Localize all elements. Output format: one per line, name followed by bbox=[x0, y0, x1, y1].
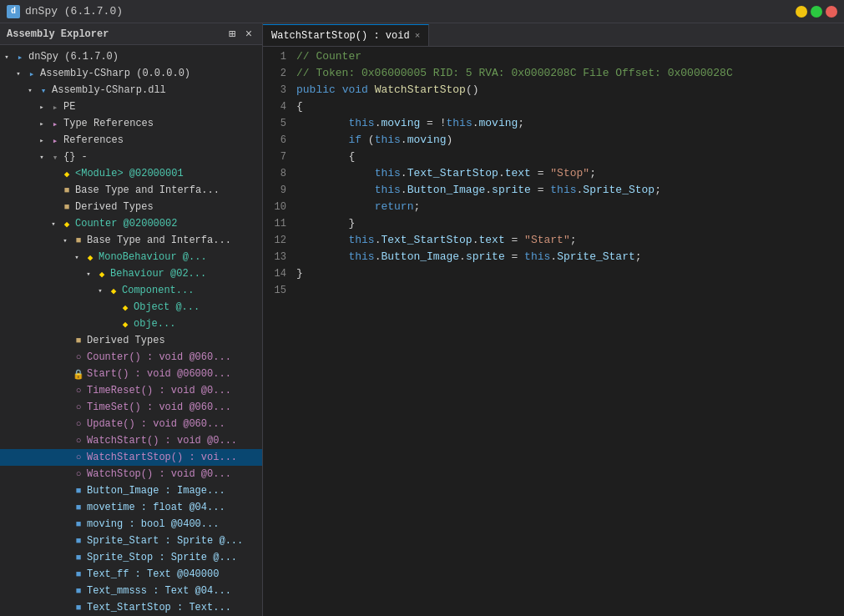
tree-item[interactable]: ▾◆Behaviour @02... bbox=[0, 265, 262, 282]
expand-arrow-icon[interactable]: ▾ bbox=[82, 267, 95, 280]
tree-item[interactable]: ▾▸dnSpy (6.1.7.0) bbox=[0, 48, 262, 65]
expand-arrow-icon[interactable] bbox=[105, 300, 119, 314]
tree-node-label: {} - bbox=[63, 151, 88, 163]
expand-arrow-icon[interactable] bbox=[47, 167, 60, 180]
tree-item[interactable]: ▸▸References bbox=[0, 132, 262, 149]
tree-item[interactable]: ○TimeSet() : void @060... bbox=[0, 399, 262, 416]
panel-pin-button[interactable]: ⊞ bbox=[225, 28, 239, 41]
expand-arrow-icon[interactable]: ▾ bbox=[70, 250, 83, 264]
code-token: { bbox=[296, 100, 303, 113]
tree-item[interactable]: ◆<Module> @02000001 bbox=[0, 165, 262, 182]
expand-arrow-icon[interactable]: ▾ bbox=[35, 150, 48, 164]
tree-item[interactable]: ■Base Type and Interfa... bbox=[0, 182, 262, 199]
tree-item[interactable]: ▾▾{} - bbox=[0, 149, 262, 165]
expand-arrow-icon[interactable] bbox=[58, 451, 72, 464]
code-view[interactable]: 1// Counter2// Token: 0x06000005 RID: 5 … bbox=[263, 47, 844, 616]
code-tab-active[interactable]: WatchStartStop() : void × bbox=[263, 24, 429, 46]
tree-node-label: obje... bbox=[134, 318, 175, 330]
code-token: } bbox=[296, 267, 303, 280]
app-icon: d bbox=[7, 5, 20, 18]
expand-arrow-icon[interactable]: ▾ bbox=[0, 50, 13, 63]
tree-item[interactable]: ▾▸Assembly-CSharp (0.0.0.0) bbox=[0, 65, 262, 82]
tree-node-label: Counter() : void @060... bbox=[87, 351, 231, 363]
expand-arrow-icon[interactable] bbox=[58, 551, 72, 564]
tab-close-button[interactable]: × bbox=[415, 31, 421, 41]
panel-close-button[interactable]: × bbox=[242, 28, 255, 41]
tree-item[interactable]: ○Counter() : void @060... bbox=[0, 349, 262, 366]
code-line: 8 this.Text_StartStop.text = "Stop"; bbox=[263, 167, 844, 184]
assembly-tree[interactable]: ▾▸dnSpy (6.1.7.0)▾▸Assembly-CSharp (0.0.… bbox=[0, 45, 262, 616]
code-line: 12 this.Text_StartStop.text = "Start"; bbox=[263, 234, 844, 250]
tree-item[interactable]: ■Sprite_Stop : Sprite @... bbox=[0, 549, 262, 566]
expand-arrow-icon[interactable] bbox=[47, 184, 60, 197]
tree-item[interactable]: ■Button_Image : Image... bbox=[0, 482, 262, 499]
expand-arrow-icon[interactable] bbox=[58, 334, 72, 347]
tree-item[interactable]: ▸▸PE bbox=[0, 98, 262, 115]
code-token: this bbox=[348, 117, 374, 129]
expand-arrow-icon[interactable] bbox=[58, 518, 72, 531]
code-token: return bbox=[375, 200, 414, 213]
tree-node-label: WatchStartStop() : voi... bbox=[87, 452, 237, 463]
tree-item[interactable]: ◆obje... bbox=[0, 316, 262, 332]
tree-item[interactable]: ■Derived Types bbox=[0, 332, 262, 349]
expand-arrow-icon[interactable] bbox=[58, 601, 72, 614]
line-content: return; bbox=[296, 200, 844, 213]
tree-node-label: PE bbox=[63, 101, 75, 113]
tree-item[interactable]: ■Text_ff : Text @040000 bbox=[0, 566, 262, 583]
expand-arrow-icon[interactable] bbox=[58, 467, 72, 481]
minimize-button[interactable]: − bbox=[796, 6, 807, 18]
tree-item[interactable]: ▸▸Type References bbox=[0, 115, 262, 132]
tree-item[interactable]: ▾▾Assembly-CSharp.dll bbox=[0, 82, 262, 98]
tree-item[interactable]: ■movetime : float @04... bbox=[0, 499, 262, 516]
expand-arrow-icon[interactable]: ▾ bbox=[58, 234, 72, 247]
code-line: 10 return; bbox=[263, 200, 844, 217]
expand-arrow-icon[interactable]: ▾ bbox=[12, 67, 25, 80]
expand-arrow-icon[interactable] bbox=[47, 200, 60, 214]
expand-arrow-icon[interactable] bbox=[58, 568, 72, 581]
tree-item[interactable]: ○WatchStart() : void @0... bbox=[0, 432, 262, 449]
expand-arrow-icon[interactable] bbox=[58, 584, 72, 598]
expand-arrow-icon[interactable] bbox=[58, 401, 72, 414]
expand-arrow-icon[interactable] bbox=[58, 367, 72, 381]
tree-item[interactable]: ■moving : bool @0400... bbox=[0, 516, 262, 533]
expand-arrow-icon[interactable] bbox=[105, 317, 119, 331]
tree-item[interactable]: ○WatchStartStop() : voi... bbox=[0, 449, 262, 466]
tree-item[interactable]: ▾◆Counter @02000002 bbox=[0, 215, 262, 232]
tree-item[interactable]: ▾◆MonoBehaviour @... bbox=[0, 249, 262, 265]
tree-node-label: Update() : void @060... bbox=[87, 418, 225, 430]
code-token: ; bbox=[654, 184, 661, 196]
expand-arrow-icon[interactable] bbox=[58, 384, 72, 397]
tree-item[interactable]: ○WatchStop() : void @0... bbox=[0, 466, 262, 482]
close-window-button[interactable]: × bbox=[826, 6, 837, 18]
expand-arrow-icon[interactable] bbox=[58, 534, 72, 548]
tree-item[interactable]: ◆Object @... bbox=[0, 299, 262, 316]
tree-item[interactable]: ■Text_mmsss : Text @04... bbox=[0, 583, 262, 599]
tree-item[interactable]: ▾◆Component... bbox=[0, 282, 262, 299]
expand-arrow-icon[interactable]: ▸ bbox=[35, 100, 48, 114]
line-number: 9 bbox=[263, 184, 296, 196]
expand-arrow-icon[interactable] bbox=[58, 434, 72, 447]
expand-arrow-icon[interactable]: ▸ bbox=[35, 134, 48, 147]
tree-item[interactable]: ■Derived Types bbox=[0, 199, 262, 215]
expand-arrow-icon[interactable]: ▸ bbox=[35, 117, 48, 130]
expand-arrow-icon[interactable] bbox=[58, 484, 72, 497]
tree-node-label: Base Type and Interfa... bbox=[87, 235, 231, 246]
expand-arrow-icon[interactable] bbox=[58, 501, 72, 514]
tree-item[interactable]: ▾■Base Type and Interfa... bbox=[0, 232, 262, 249]
expand-arrow-icon[interactable]: ▾ bbox=[23, 83, 37, 97]
code-token bbox=[336, 83, 342, 96]
tree-item[interactable]: ■Text_StartStop : Text... bbox=[0, 599, 262, 616]
code-token: // Token: 0x06000005 RID: 5 RVA: 0x00002… bbox=[296, 67, 733, 79]
main-layout: Assembly Explorer ⊞ × ▾▸dnSpy (6.1.7.0)▾… bbox=[0, 23, 844, 616]
code-token: . bbox=[498, 167, 505, 179]
expand-arrow-icon[interactable]: ▾ bbox=[47, 217, 60, 230]
tree-item[interactable]: ■Sprite_Start : Sprite @... bbox=[0, 533, 262, 549]
expand-arrow-icon[interactable] bbox=[58, 417, 72, 431]
code-token: this bbox=[550, 184, 576, 196]
expand-arrow-icon[interactable]: ▾ bbox=[93, 284, 107, 297]
tree-item[interactable]: ○TimeReset() : void @0... bbox=[0, 382, 262, 399]
expand-arrow-icon[interactable] bbox=[58, 351, 72, 364]
tree-item[interactable]: ○Update() : void @060... bbox=[0, 416, 262, 432]
maximize-button[interactable]: □ bbox=[811, 6, 822, 18]
tree-item[interactable]: 🔒Start() : void @06000... bbox=[0, 366, 262, 382]
